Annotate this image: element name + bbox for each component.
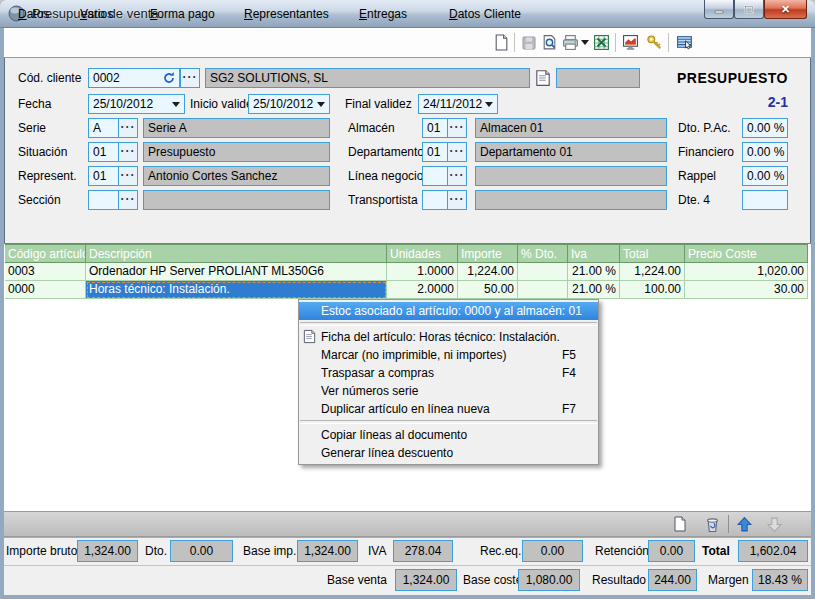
situacion-lookup-button[interactable]: ··· [118, 142, 138, 162]
print-icon[interactable] [561, 33, 580, 52]
iva-label: IVA [368, 540, 386, 562]
menu-entregas[interactable]: Entregas [355, 0, 411, 29]
dto-label: Dto. [145, 540, 167, 562]
linea-negocio-lookup-button[interactable]: ··· [447, 166, 467, 186]
column-header-descripcion: Descripción [86, 244, 387, 263]
export-excel-icon[interactable] [592, 33, 611, 52]
menu-varios[interactable]: Varios [76, 0, 117, 29]
cell-unidades[interactable]: 1.0000 [387, 263, 458, 281]
column-header-unidades: Unidades [387, 244, 458, 263]
cod-cliente-lookup-button[interactable]: ··· [180, 68, 200, 88]
save-icon[interactable] [519, 33, 538, 52]
dropdown-arrow-icon[interactable] [317, 102, 325, 107]
context-menu-item-duplicar[interactable]: Duplicar artículo en línea nueva F7 [299, 400, 598, 418]
cell-importe[interactable]: 1,224.00 [458, 263, 518, 281]
menu-forma-pago[interactable]: Forma pago [146, 0, 219, 29]
base-imp-field: 1,324.00 [297, 540, 358, 562]
cell-codigo[interactable]: 0003 [5, 263, 86, 281]
toolbar-separator [728, 515, 729, 533]
seccion-code-field[interactable] [88, 190, 119, 210]
cell-total[interactable]: 1,224.00 [620, 263, 685, 281]
cod-cliente-field[interactable]: 0002 [88, 68, 180, 88]
maximize-button[interactable] [734, 0, 764, 19]
margen-label: Margen [708, 569, 749, 591]
cell-pct-dto[interactable] [518, 263, 568, 281]
grid-menu-cursor-icon[interactable] [675, 33, 694, 52]
almacen-lookup-button[interactable]: ··· [447, 118, 467, 138]
almacen-code-field[interactable]: 01 [422, 118, 448, 138]
new-document-icon[interactable] [492, 33, 511, 52]
represent-lookup-button[interactable]: ··· [118, 166, 138, 186]
context-menu-item-generar[interactable]: Generar línea descuento [299, 444, 598, 462]
cell-pct-dto[interactable] [518, 281, 568, 299]
shortcut-label: F4 [562, 364, 576, 382]
cell-total[interactable]: 100.00 [620, 281, 685, 299]
cell-codigo[interactable]: 0000 [5, 281, 86, 299]
cell-unidades[interactable]: 2.0000 [387, 281, 458, 299]
chart-monitor-icon[interactable] [621, 33, 640, 52]
cell-descripcion-selected[interactable]: Horas técnico: Instalación. [86, 281, 387, 299]
context-menu-item-copiar[interactable]: Copiar líneas al documento [299, 426, 598, 444]
cell-iva[interactable]: 21.00 % [568, 281, 620, 299]
menu-representantes[interactable]: Representantes [240, 0, 333, 29]
dte4-field[interactable] [742, 190, 788, 210]
represent-code-field[interactable]: 01 [88, 166, 119, 186]
table-row[interactable]: 0003 Ordenador HP Server PROLIANT ML350G… [5, 263, 811, 281]
transportista-lookup-button[interactable]: ··· [447, 190, 467, 210]
linea-negocio-code-field[interactable] [422, 166, 448, 186]
dropdown-arrow-icon[interactable] [485, 102, 493, 107]
cell-importe[interactable]: 50.00 [458, 281, 518, 299]
cell-descripcion[interactable]: Ordenador HP Server PROLIANT ML350G6 [86, 263, 387, 281]
menu-datos-cliente[interactable]: Datos Cliente [445, 0, 525, 29]
context-menu-item-traspasar[interactable]: Traspasar a compras F4 [299, 364, 598, 382]
dto-pac-field[interactable]: 0.00 % [742, 118, 788, 138]
base-coste-field: 1,080.00 [518, 569, 580, 591]
line-toolbar [4, 511, 811, 537]
context-menu-item-estoc[interactable]: Estoc asociado al artículo: 0000 y al al… [299, 302, 598, 320]
new-line-icon[interactable] [671, 515, 689, 533]
context-menu-item-ficha[interactable]: Ficha del artículo: Horas técnico: Insta… [299, 328, 598, 346]
seccion-lookup-button[interactable]: ··· [118, 190, 138, 210]
toolbar-separator [514, 33, 515, 52]
column-header-pct-dto: % Dto. [518, 244, 568, 263]
dto-field: 0.00 [170, 540, 233, 562]
situacion-code-field[interactable]: 01 [88, 142, 119, 162]
iva-field: 278.04 [393, 540, 453, 562]
print-dropdown-icon[interactable] [579, 33, 590, 52]
cell-iva[interactable]: 21.00 % [568, 263, 620, 281]
close-button[interactable]: ✕ [764, 0, 807, 19]
context-menu-item-label: Estoc asociado al artículo: 0000 y al al… [321, 304, 582, 318]
inicio-validez-field[interactable]: 25/10/2012 [248, 94, 330, 114]
serie-desc-field: Serie A [143, 118, 330, 138]
departamento-lookup-button[interactable]: ··· [447, 142, 467, 162]
minimize-button[interactable] [704, 0, 734, 19]
user-permissions-icon[interactable] [645, 33, 664, 52]
serie-label: Serie [18, 118, 46, 138]
minimize-icon [714, 5, 724, 14]
departamento-code-field[interactable]: 01 [422, 142, 448, 162]
rappel-field[interactable]: 0.00 % [742, 166, 788, 186]
serie-lookup-button[interactable]: ··· [118, 118, 138, 138]
dropdown-arrow-icon[interactable] [172, 102, 180, 107]
shortcut-label: F7 [562, 400, 576, 418]
final-validez-field[interactable]: 24/11/2012 [418, 94, 498, 114]
context-menu-item-label: Marcar (no imprimible, ni importes) [321, 348, 506, 362]
table-row-selected[interactable]: 0000 Horas técnico: Instalación. 2.0000 … [5, 281, 811, 299]
refresh-icon[interactable] [162, 71, 176, 85]
fecha-field[interactable]: 25/10/2012 [88, 94, 185, 114]
menu-datos[interactable]: Datos [14, 0, 53, 29]
serie-code-field[interactable]: A [88, 118, 119, 138]
close-icon: ✕ [781, 4, 790, 15]
financiero-field[interactable]: 0.00 % [742, 142, 788, 162]
print-preview-icon[interactable] [540, 33, 559, 52]
move-line-down-icon[interactable] [765, 515, 783, 533]
document-type-title: PRESUPUESTO [640, 70, 788, 86]
transportista-code-field[interactable] [422, 190, 448, 210]
cell-precio-coste[interactable]: 1,020.00 [685, 263, 808, 281]
cell-precio-coste[interactable]: 30.00 [685, 281, 808, 299]
context-menu-item-ver-numeros[interactable]: Ver números serie [299, 382, 598, 400]
context-menu-item-marcar[interactable]: Marcar (no imprimible, ni importes) F5 [299, 346, 598, 364]
delete-line-icon[interactable] [703, 515, 721, 533]
move-line-up-icon[interactable] [735, 515, 753, 533]
client-notes-icon[interactable] [534, 69, 552, 87]
